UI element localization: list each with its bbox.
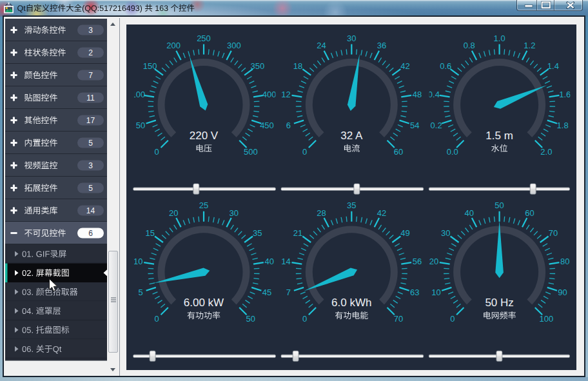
svg-text:6: 6	[88, 229, 93, 238]
svg-text:49: 49	[400, 228, 409, 238]
svg-text:1.5 m: 1.5 m	[485, 130, 513, 142]
svg-text:1.6: 1.6	[559, 90, 571, 99]
svg-text:36: 36	[377, 41, 386, 50]
svg-text:20: 20	[169, 208, 178, 218]
svg-text:0.0: 0.0	[447, 147, 458, 157]
svg-text:350: 350	[250, 61, 264, 71]
svg-text:5: 5	[88, 184, 93, 193]
svg-text:50: 50	[495, 200, 504, 210]
svg-text:200: 200	[166, 41, 181, 50]
svg-text:30: 30	[441, 228, 450, 238]
svg-text:30: 30	[347, 34, 356, 43]
svg-text:0: 0	[450, 314, 455, 324]
svg-text:0.6: 0.6	[440, 61, 451, 71]
svg-text:21: 21	[293, 228, 302, 238]
svg-text:450: 450	[260, 121, 274, 130]
svg-text:0: 0	[302, 147, 307, 157]
svg-text:63: 63	[410, 288, 419, 297]
svg-text:0: 0	[155, 147, 159, 157]
svg-text:15: 15	[145, 228, 154, 238]
svg-text:1.4: 1.4	[547, 61, 559, 71]
svg-text:6.00 kW: 6.00 kW	[184, 297, 224, 309]
svg-text:18: 18	[293, 61, 302, 71]
svg-text:25: 25	[199, 200, 208, 210]
svg-text:1.2: 1.2	[524, 41, 535, 50]
svg-text:12: 12	[281, 90, 290, 99]
svg-text:1.8: 1.8	[557, 121, 569, 130]
svg-text:2: 2	[88, 48, 93, 57]
svg-text:0: 0	[155, 314, 159, 324]
svg-text:20: 20	[429, 257, 438, 266]
svg-text:54: 54	[410, 121, 419, 130]
svg-text:17: 17	[86, 116, 95, 125]
svg-text:10: 10	[431, 288, 440, 297]
svg-text:7: 7	[286, 288, 291, 297]
svg-text:90: 90	[558, 288, 567, 297]
svg-text:400: 400	[262, 90, 277, 99]
svg-text:100: 100	[540, 314, 554, 324]
svg-text:7: 7	[88, 71, 93, 80]
svg-text:6: 6	[286, 121, 291, 130]
svg-text:28: 28	[317, 208, 326, 218]
svg-text:56: 56	[413, 257, 422, 266]
svg-text:30: 30	[230, 208, 239, 218]
svg-text:80: 80	[560, 257, 569, 266]
svg-text:220 V: 220 V	[190, 130, 219, 142]
svg-text:14: 14	[281, 257, 290, 266]
svg-text:11: 11	[86, 93, 95, 103]
svg-text:48: 48	[413, 90, 422, 99]
svg-text:40: 40	[465, 208, 474, 218]
svg-text:50 Hz: 50 Hz	[485, 297, 513, 309]
svg-text:2.0: 2.0	[540, 147, 552, 157]
svg-text:50: 50	[246, 314, 255, 324]
svg-text:45: 45	[262, 288, 271, 297]
svg-text:42: 42	[377, 208, 386, 218]
svg-text:500: 500	[244, 147, 258, 157]
svg-text:50: 50	[136, 121, 145, 130]
svg-text:0.2: 0.2	[431, 121, 442, 130]
svg-text:1.0: 1.0	[494, 34, 505, 43]
svg-text:3: 3	[88, 161, 93, 170]
svg-text:60: 60	[394, 147, 403, 157]
svg-text:60: 60	[525, 208, 534, 218]
svg-text:5: 5	[138, 288, 142, 297]
svg-text:32 A: 32 A	[340, 130, 363, 142]
svg-text:150: 150	[143, 61, 157, 71]
svg-text:35: 35	[253, 228, 262, 238]
svg-text:0.4: 0.4	[428, 90, 440, 99]
svg-text:6.0 kWh: 6.0 kWh	[331, 297, 371, 309]
svg-text:14: 14	[86, 206, 95, 215]
svg-text:250: 250	[197, 34, 211, 43]
svg-text:5: 5	[88, 139, 93, 148]
svg-text:3: 3	[88, 26, 93, 35]
svg-text:0.8: 0.8	[464, 41, 475, 50]
svg-text:0: 0	[302, 314, 307, 324]
svg-text:10: 10	[133, 257, 142, 266]
svg-text:70: 70	[549, 228, 558, 238]
svg-text:24: 24	[317, 41, 326, 50]
svg-text:70: 70	[394, 314, 403, 324]
svg-text:35: 35	[347, 200, 356, 210]
svg-text:40: 40	[264, 257, 273, 266]
svg-text:42: 42	[400, 61, 409, 71]
svg-text:300: 300	[227, 41, 241, 50]
